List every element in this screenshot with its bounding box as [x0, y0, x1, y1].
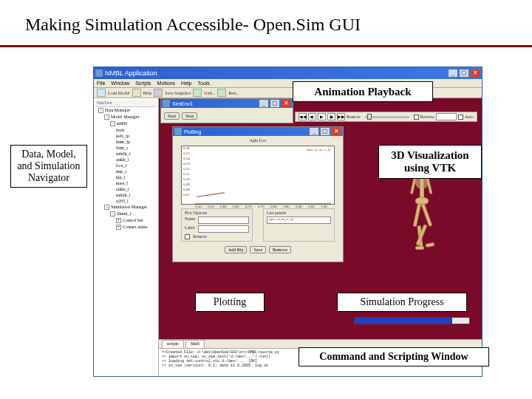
callout-navigator: Data, Model, and Simulation Navigator — [10, 145, 87, 188]
close-button[interactable]: ✕ — [331, 127, 341, 136]
tree-item[interactable]: -Simul_1 — [95, 211, 157, 217]
start-button[interactable]: Start — [164, 112, 180, 120]
tree-item[interactable]: femr_lp — [95, 139, 157, 145]
tab-shell[interactable]: Shell — [185, 340, 205, 348]
remove-button[interactable]: Remove — [269, 246, 291, 253]
play-button[interactable]: ▶ — [318, 113, 326, 120]
maximize-button[interactable]: ▢ — [459, 69, 469, 78]
tree-item[interactable]: -su900 — [95, 120, 157, 127]
navigator-panel: SimTree -Data Manager-Model Manager-su90… — [94, 98, 159, 376]
label-select[interactable] — [198, 225, 249, 233]
frame-input[interactable] — [436, 113, 457, 120]
maximize-button[interactable]: ▢ — [320, 127, 330, 136]
tab-scripts[interactable]: scripts — [162, 340, 184, 348]
window-icon — [163, 100, 170, 107]
step-fwd-button[interactable]: |▶ — [327, 113, 335, 120]
app-title: NMBL Application — [105, 69, 447, 77]
tree-item[interactable]: hip_l — [95, 174, 157, 180]
callout-plotting: Plotting — [195, 293, 265, 312]
step-back-button[interactable]: ◀| — [308, 113, 316, 120]
plot-window-title: Plotting — [184, 129, 308, 134]
save-button[interactable]: Save — [250, 246, 266, 253]
femur-left — [413, 203, 422, 227]
remote-label: Remote — [193, 234, 207, 239]
rewind-button[interactable]: ◀◀ — [299, 113, 307, 120]
minimize-button[interactable]: _ — [259, 99, 269, 108]
menu-tools[interactable]: Tools — [198, 79, 210, 87]
load-model-button[interactable]: Load Model — [108, 91, 130, 95]
tree-view[interactable]: -Data Manager-Model Manager-su900backpel… — [95, 107, 157, 231]
tree-item[interactable]: -Data Manager — [95, 107, 157, 114]
tree-item[interactable]: +Contact states — [95, 224, 157, 231]
undo-icon[interactable] — [193, 89, 202, 97]
plot-window: Plotting _ ▢ ✕ right foot time vs. su_x_… — [172, 126, 344, 262]
minimize-button[interactable]: _ — [448, 69, 458, 78]
app-titlebar[interactable]: NMBL Application _ ▢ ✕ — [94, 67, 482, 79]
tree-item[interactable]: x203_l — [95, 198, 157, 204]
reverse-label: Reverse — [420, 115, 434, 119]
tree-item[interactable]: knee_l — [95, 180, 157, 186]
stop-button[interactable]: Stop — [182, 112, 197, 120]
panel-list[interactable]: time vs. su_x_ty — [267, 216, 331, 224]
callout-viz3d: 3D Visualization using VTK — [378, 145, 482, 179]
open-icon[interactable] — [97, 89, 106, 97]
femur-right — [421, 203, 433, 227]
navigator-tab[interactable]: SimTree — [95, 100, 157, 107]
tree-item[interactable]: foot_r — [95, 163, 157, 168]
maximize-button[interactable]: ▢ — [270, 99, 280, 108]
help-button[interactable]: Help — [143, 91, 152, 95]
auto-label: Auto — [465, 115, 474, 119]
fast-fwd-button[interactable]: ▶▶ — [337, 113, 345, 120]
tree-item[interactable]: mtp_r — [95, 168, 157, 174]
help-icon[interactable] — [132, 89, 141, 97]
remote-label: Remote — [347, 115, 361, 119]
tree-item[interactable]: ankle_l — [95, 157, 157, 163]
menu-help[interactable]: Help — [181, 79, 191, 87]
tree-item[interactable]: subtlk_r — [95, 151, 157, 157]
chart-line — [197, 192, 225, 197]
name-select[interactable] — [198, 216, 249, 224]
tree-item[interactable]: pelv_tp — [95, 133, 157, 139]
app-icon — [95, 69, 103, 77]
time-slider[interactable] — [365, 116, 409, 118]
app-window: NMBL Application _ ▢ ✕ File Window Scrip… — [93, 66, 482, 377]
name-label: Name — [185, 216, 195, 225]
add-rip-button[interactable]: Add Rip — [225, 246, 248, 253]
chart-legend: time vs. su_x_ty — [307, 148, 331, 151]
redo-icon[interactable] — [217, 89, 226, 97]
sim-control-window: SimEnv1 _ ▢ ✕ Start Stop — [160, 98, 293, 123]
slide-title: Making Simulation Accessible- Open.Sim G… — [0, 0, 532, 39]
undo-button[interactable]: Und... — [204, 91, 215, 95]
close-button[interactable]: ✕ — [470, 69, 480, 78]
plot-options-title: Plot Options — [185, 211, 249, 215]
sim-window-title: SimEnv1 — [172, 101, 258, 106]
slider-thumb[interactable] — [367, 114, 372, 120]
x-axis — [195, 203, 331, 204]
foot-left — [415, 246, 424, 250]
viewport-3d[interactable]: SimEnv1 _ ▢ ✕ Start Stop ◀◀ ◀| ▶ |▶ ▶▶ — [159, 98, 482, 376]
reverse-checkbox[interactable] — [414, 115, 419, 120]
menu-file[interactable]: File — [97, 79, 105, 87]
list-panels-group: List panels time vs. su_x_ty — [263, 208, 335, 242]
remote-checkbox[interactable] — [185, 234, 190, 239]
auto-checkbox[interactable] — [458, 115, 463, 120]
menu-motions[interactable]: Motions — [157, 79, 176, 87]
tree-item[interactable]: femr_r — [95, 145, 157, 151]
tree-item[interactable]: back — [95, 127, 157, 133]
callout-animation: Animation Playback — [293, 81, 433, 102]
tree-item[interactable]: ankle_l — [95, 186, 157, 192]
save-snapshot-button[interactable]: Save Snapshot — [165, 91, 191, 95]
window-icon — [174, 128, 182, 135]
tree-item[interactable]: subtlk_l — [95, 192, 157, 198]
menu-scripts[interactable]: Scripts — [135, 79, 151, 87]
snapshot-icon[interactable] — [154, 89, 163, 97]
tree-item[interactable]: -Simulation Manager — [95, 204, 157, 211]
tree-item[interactable]: -Model Manager — [95, 114, 157, 120]
content: SimTree -Data Manager-Model Manager-su90… — [94, 98, 482, 376]
chart-area[interactable]: time vs. su_x_ty 0.160.150.140.130.120.1… — [181, 146, 335, 205]
close-button[interactable]: ✕ — [281, 99, 291, 108]
tree-item[interactable]: +Control Set — [95, 217, 157, 224]
redo-button[interactable]: Red... — [228, 91, 239, 95]
minimize-button[interactable]: _ — [309, 127, 319, 136]
menu-window[interactable]: Window — [111, 79, 129, 87]
